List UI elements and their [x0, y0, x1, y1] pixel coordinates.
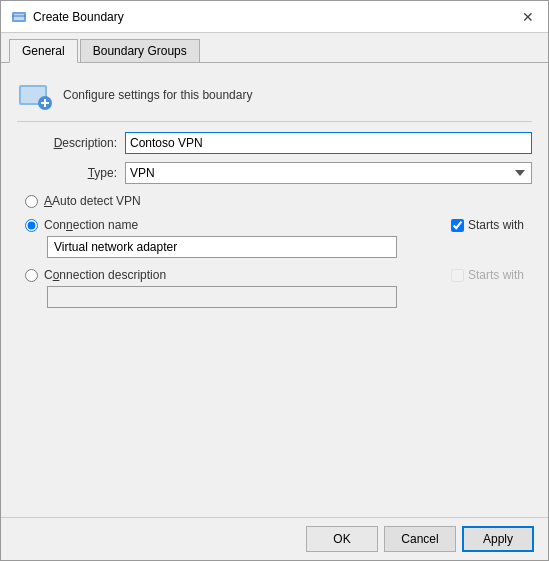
auto-detect-label[interactable]: AAuto detect VPN [44, 194, 141, 208]
starts-with-checkbox[interactable] [451, 219, 464, 232]
create-boundary-dialog: Create Boundary ✕ General Boundary Group… [0, 0, 549, 561]
dialog-icon [11, 9, 27, 25]
tabs-bar: General Boundary Groups [1, 33, 548, 63]
starts-with-label: Starts with [468, 218, 524, 232]
radio-section: AAuto detect VPN Connection name Starts … [17, 194, 532, 308]
title-bar: Create Boundary ✕ [1, 1, 548, 33]
title-bar-left: Create Boundary [11, 9, 124, 25]
apply-button[interactable]: Apply [462, 526, 534, 552]
description-row: Description: [17, 132, 532, 154]
svg-rect-1 [14, 14, 24, 20]
description-input[interactable] [125, 132, 532, 154]
description-label: Description: [17, 136, 117, 150]
auto-detect-radio[interactable] [25, 195, 38, 208]
ok-button[interactable]: OK [306, 526, 378, 552]
type-row: Type: VPN IP Range AD Site IPv6 Prefix S… [17, 162, 532, 184]
starts-with-group: Starts with [451, 218, 524, 232]
conn-desc-starts-with-checkbox[interactable] [451, 269, 464, 282]
connection-name-row: Connection name Starts with [25, 218, 532, 232]
connection-name-left: Connection name [25, 218, 138, 232]
connection-desc-label[interactable]: Connection description [44, 268, 166, 282]
info-text: Configure settings for this boundary [63, 88, 252, 102]
tab-content: Configure settings for this boundary Des… [1, 63, 548, 517]
connection-name-input[interactable] [47, 236, 397, 258]
conn-desc-starts-with-label: Starts with [468, 268, 524, 282]
info-section: Configure settings for this boundary [17, 77, 532, 122]
cancel-button[interactable]: Cancel [384, 526, 456, 552]
form-section: Description: Type: VPN IP Range AD Site … [17, 132, 532, 184]
connection-desc-radio[interactable] [25, 269, 38, 282]
conn-desc-starts-with-group: Starts with [451, 268, 524, 282]
type-select[interactable]: VPN IP Range AD Site IPv6 Prefix Subnet [125, 162, 532, 184]
connection-desc-row: Connection description Starts with [25, 268, 532, 282]
footer: OK Cancel Apply [1, 517, 548, 560]
close-button[interactable]: ✕ [518, 7, 538, 27]
connection-name-radio[interactable] [25, 219, 38, 232]
connection-desc-left: Connection description [25, 268, 166, 282]
tab-boundary-groups[interactable]: Boundary Groups [80, 39, 200, 63]
auto-detect-row: AAuto detect VPN [25, 194, 532, 208]
dialog-title: Create Boundary [33, 10, 124, 24]
connection-desc-section: Connection description Starts with [25, 268, 532, 308]
boundary-icon [17, 77, 53, 113]
connection-desc-input[interactable] [47, 286, 397, 308]
tab-general[interactable]: General [9, 39, 78, 63]
connection-name-section: Connection name Starts with [25, 218, 532, 258]
connection-name-label[interactable]: Connection name [44, 218, 138, 232]
type-label: Type: [17, 166, 117, 180]
